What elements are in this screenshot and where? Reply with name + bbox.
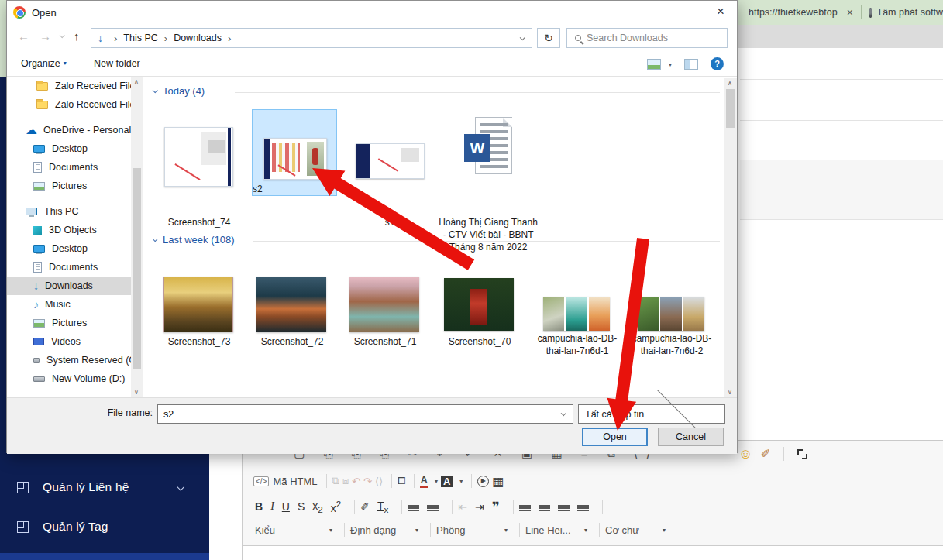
maximize-icon[interactable] — [797, 449, 807, 459]
sidebar-item-videos[interactable]: Videos — [7, 332, 142, 351]
file-list: Today (4) Screenshot_74 s2 — [143, 77, 724, 397]
editor-content-area[interactable] — [243, 545, 943, 560]
find-icon[interactable]: ⧉ — [332, 475, 339, 487]
sidebar-item-this-pc[interactable]: This PC — [7, 202, 142, 221]
sidebar-scrollbar[interactable]: ∧ ∨ — [131, 77, 143, 397]
file-item-screenshot-73[interactable]: Screenshot_73 — [154, 270, 244, 363]
file-name-input[interactable] — [158, 409, 561, 420]
bullet-list-icon[interactable] — [427, 503, 439, 511]
numbered-list-icon[interactable] — [408, 503, 419, 511]
file-item-campuchia-1[interactable]: campuchia-lao-DB-thai-lan-7n6d-1 — [529, 270, 625, 371]
html-source-button[interactable]: </> Mã HTML — [253, 476, 318, 487]
preview-pane-icon[interactable] — [684, 59, 698, 70]
sidebar-item-zalo-1[interactable]: Zalo Received Files — [7, 77, 142, 95]
blockquote-icon[interactable]: ❞ — [492, 499, 500, 515]
text-color-button[interactable]: A▾ — [420, 475, 437, 488]
indent-icon[interactable]: ⇥ — [475, 500, 484, 513]
change-view-icon[interactable] — [647, 59, 661, 70]
back-icon[interactable]: ← — [18, 29, 29, 43]
sidebar-item-downloads[interactable]: ↓ Downloads — [7, 277, 142, 295]
refresh-button[interactable]: ↻ — [537, 28, 560, 48]
redo-icon[interactable]: ↷ — [363, 476, 372, 487]
sidebar-item-system-reserved[interactable]: System Reserved (C:) — [7, 351, 142, 369]
sidebar-item-zalo-2[interactable]: Zalo Received Files — [7, 95, 142, 114]
undo-icon[interactable]: ↶ — [352, 476, 360, 487]
replace-icon[interactable]: ⧈ — [342, 475, 349, 487]
superscript-button[interactable]: x2 — [331, 499, 341, 514]
sidebar-item-pictures[interactable]: Pictures — [7, 314, 142, 332]
cube-icon — [33, 226, 42, 235]
line-height-dropdown[interactable]: Line Hei...▾ — [525, 524, 594, 536]
select-code-icon[interactable]: ⟨⟩ — [375, 476, 383, 487]
file-item-campuchia-2[interactable]: campuchia-lao-DB-thai-lan-7n6d-2 — [624, 270, 720, 371]
up-icon[interactable]: ↑ — [74, 29, 80, 43]
strikethrough-button[interactable]: S — [298, 500, 305, 513]
font-size-dropdown[interactable]: Cỡ chữ▾ — [605, 524, 672, 536]
sidebar-item-quan-ly-tag[interactable]: Quản lý Tag — [0, 514, 209, 540]
underline-button[interactable]: U — [282, 500, 290, 513]
open-button[interactable]: Open — [582, 428, 648, 446]
sidebar-item-3d-objects[interactable]: 3D Objects — [7, 221, 142, 239]
align-left-icon[interactable] — [519, 503, 531, 511]
paragraph-format-dropdown[interactable]: Định dạng▾ — [350, 524, 425, 536]
organize-button[interactable]: Organize▾ — [21, 58, 67, 69]
emoji-icon[interactable]: ☺ — [738, 446, 752, 462]
remove-format-button[interactable]: Tx — [377, 500, 388, 514]
file-type-combo[interactable]: Tất cả Tệp tin — [578, 404, 725, 424]
close-icon[interactable]: × — [711, 2, 731, 21]
outdent-icon[interactable]: ⇤ — [458, 500, 467, 513]
sidebar-item-desktop[interactable]: Desktop — [7, 239, 142, 258]
file-name-dropdown-icon[interactable] — [561, 411, 566, 416]
file-name-combo[interactable] — [157, 404, 573, 424]
styles-dropdown[interactable]: Kiểu▾ — [255, 524, 339, 536]
tab-close-icon[interactable]: × — [847, 6, 853, 19]
align-center-icon[interactable] — [539, 503, 550, 511]
file-item-screenshot-70[interactable]: Screenshot_70 — [435, 270, 525, 363]
sidebar-item-quan-ly-lien-he[interactable]: Quản lý Liên hệ — [0, 474, 209, 500]
preview-icon[interactable]: ⧠ — [398, 475, 405, 487]
browser-tab-next[interactable]: Tâm phát softw — [877, 7, 943, 18]
sidebar-item-pictures-od[interactable]: Pictures — [7, 177, 142, 195]
file-item-s1[interactable]: s1 — [345, 108, 435, 263]
history-chevron-icon[interactable] — [60, 33, 65, 38]
forward-icon[interactable]: → — [40, 29, 51, 43]
file-item-screenshot-72[interactable]: Screenshot_72 — [247, 270, 337, 363]
copy-formatting-icon[interactable]: ✐ — [360, 500, 370, 513]
align-justify-icon[interactable] — [577, 503, 589, 511]
file-list-scrollbar[interactable]: ∧ ∨ — [724, 78, 737, 397]
address-bar[interactable]: ↓ › This PC › Downloads › — [91, 28, 532, 48]
view-dropdown-icon[interactable]: ▾ — [669, 61, 672, 68]
breadcrumb-downloads[interactable]: Downloads — [174, 33, 222, 43]
qrcode-icon[interactable]: ▦ — [492, 474, 504, 489]
align-right-icon[interactable] — [558, 503, 570, 511]
sidebar-item-documents[interactable]: Documents — [7, 258, 142, 277]
sidebar-item-documents-od[interactable]: Documents — [7, 158, 142, 177]
breadcrumb-this-pc[interactable]: This PC — [123, 33, 157, 43]
help-icon[interactable]: ? — [711, 57, 724, 70]
group-header-last-week[interactable]: Last week (108) — [153, 234, 235, 246]
search-box[interactable] — [566, 28, 728, 48]
file-item-s2-selected[interactable]: s2 — [252, 109, 337, 196]
browser-tab-current[interactable]: https://thietkewebtop — [749, 7, 838, 18]
subscript-button[interactable]: x2 — [312, 500, 322, 514]
sidebar-item-new-volume[interactable]: New Volume (D:) — [7, 369, 142, 388]
templates-icon[interactable]: ✐ — [760, 447, 770, 461]
address-dropdown-icon[interactable] — [520, 35, 525, 40]
font-dropdown[interactable]: Phông▾ — [436, 524, 514, 536]
file-item-screenshot-71[interactable]: Screenshot_71 — [340, 270, 430, 363]
sidebar-item-onedrive[interactable]: ☁ OneDrive - Personal — [7, 121, 142, 139]
bg-color-button[interactable]: A▾ — [441, 476, 463, 487]
new-folder-button[interactable]: New folder — [94, 58, 140, 69]
search-input[interactable] — [587, 33, 727, 43]
sidebar-item-desktop-od[interactable]: Desktop — [7, 139, 142, 158]
sidebar-item-music[interactable]: ♪ Music — [7, 295, 142, 314]
file-item-word-doc[interactable]: W Hoàng Thị Giang Thanh - CTV Viết bài -… — [436, 108, 540, 270]
code-icon: </> — [253, 476, 269, 486]
folder-icon — [36, 101, 48, 109]
bold-button[interactable]: B — [255, 500, 263, 513]
dialog-title-bar: Open × — [7, 1, 737, 24]
cancel-button[interactable]: Cancel — [658, 428, 724, 446]
italic-button[interactable]: I — [270, 500, 274, 513]
media-embed-icon[interactable]: ▶ — [477, 476, 489, 487]
group-header-today[interactable]: Today (4) — [153, 85, 205, 97]
